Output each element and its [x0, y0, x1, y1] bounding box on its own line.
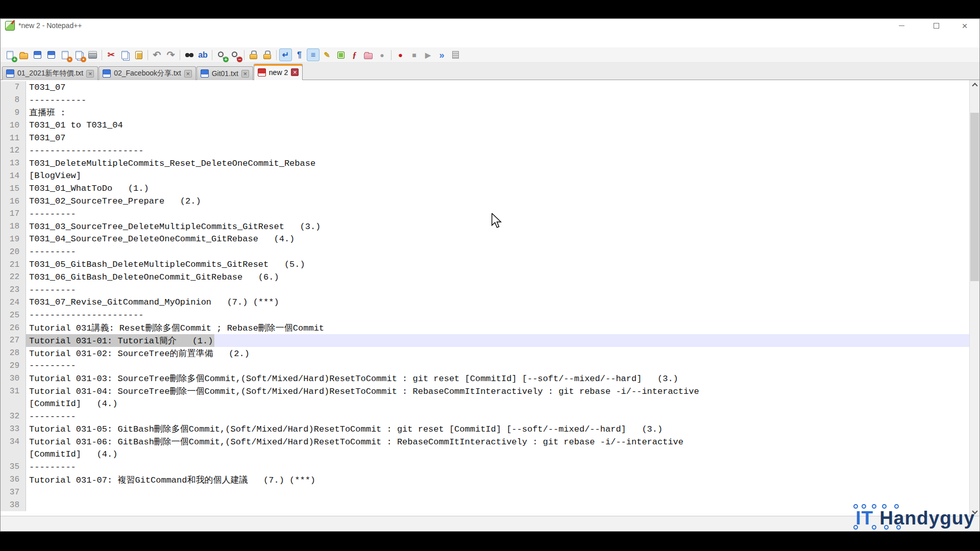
editor-row: 12----------------------: [1, 144, 969, 157]
record-macro-icon[interactable]: ●: [394, 48, 407, 61]
line-number: 18: [1, 220, 26, 233]
stop-recording-icon[interactable]: ■: [408, 48, 421, 61]
line-text: ---------: [26, 208, 76, 220]
restore-button[interactable]: [924, 19, 948, 32]
line-text: ---------: [26, 410, 76, 423]
editor-row: 28Tutorial 031-02: SourceTree的前置準備 (2.): [1, 347, 969, 360]
sync-horizontal-scroll-icon[interactable]: [261, 48, 274, 61]
line-text: T031_01_WhatToDo (1.): [26, 182, 149, 195]
line-number: 37: [1, 486, 26, 499]
line-number: 23: [1, 284, 26, 296]
open-file-icon[interactable]: [17, 48, 30, 61]
editor-row: 26Tutorial 031講義: Reset刪除多個Commit ; Reba…: [1, 321, 969, 334]
line-text: T031_03_SourceTree_DeleteMultipleCommits…: [26, 220, 321, 233]
print-icon[interactable]: [86, 48, 99, 61]
line-number: 13: [1, 157, 26, 170]
zoom-in-icon[interactable]: +: [215, 48, 228, 61]
line-text: [26, 498, 29, 511]
editor-row: 38: [1, 498, 969, 511]
document-map-icon[interactable]: [334, 48, 347, 61]
line-number: 28: [1, 347, 26, 360]
line-text: Tutorial 031-01: Tutorial簡介 (1.): [26, 334, 214, 347]
redo-icon[interactable]: ↷: [164, 48, 177, 61]
scrollbar-thumb[interactable]: [970, 113, 979, 281]
word-wrap-icon[interactable]: ↵: [279, 48, 292, 61]
line-text: [CommitId] (4.): [26, 397, 117, 410]
tab-git01[interactable]: Git01.txt×: [197, 66, 253, 80]
line-text: [26, 486, 29, 499]
minimize-icon: [899, 26, 904, 26]
tab-label: new 2: [269, 68, 288, 77]
editor-row: 35---------: [1, 461, 969, 473]
toolbar-separator: [148, 50, 148, 60]
line-text: Tutorial 031-02: SourceTree的前置準備 (2.): [26, 347, 250, 360]
playback-macro-icon[interactable]: ▶: [422, 48, 434, 61]
tab-new-2[interactable]: new 2×: [254, 64, 303, 80]
editor-row: 34Tutorial 031-06: GitBash刪除一個Commit,(So…: [1, 435, 969, 448]
replace-icon[interactable]: ab: [197, 48, 209, 61]
tab-close-icon[interactable]: ×: [241, 70, 249, 78]
close-file-icon[interactable]: •: [59, 48, 71, 61]
cut-icon[interactable]: ✂: [105, 48, 117, 61]
function-list-icon[interactable]: ƒ: [348, 48, 361, 61]
line-text: T031_07: [26, 132, 65, 144]
sync-vertical-scroll-icon[interactable]: [247, 48, 260, 61]
line-number: 9: [1, 107, 26, 119]
close-all-icon[interactable]: •: [72, 48, 85, 61]
editor-row: 33Tutorial 031-05: GitBash刪除多個Commit,(So…: [1, 423, 969, 436]
vertical-scrollbar[interactable]: [969, 80, 979, 516]
editor-row: 17---------: [1, 208, 969, 220]
tab-close-icon[interactable]: ×: [291, 68, 299, 76]
line-number: 25: [1, 309, 26, 321]
line-text: ---------: [26, 360, 76, 372]
folder-as-workspace-icon[interactable]: [362, 48, 375, 61]
show-indent-guide-icon[interactable]: ≡: [307, 48, 320, 61]
minimize-button[interactable]: [890, 19, 913, 32]
user-define-dialog-icon[interactable]: ✎: [321, 48, 333, 61]
line-number: 35: [1, 461, 26, 473]
line-number: 38: [1, 498, 26, 511]
save-icon[interactable]: [31, 48, 44, 61]
line-text: [BlogView]: [26, 170, 81, 183]
line-number: 7: [1, 81, 26, 94]
trim-and-save-icon[interactable]: [449, 48, 462, 61]
undo-icon[interactable]: ↶: [151, 48, 163, 61]
scroll-up-arrow-icon[interactable]: [970, 80, 979, 89]
paste-icon[interactable]: [132, 48, 145, 61]
line-number: 32: [1, 410, 26, 423]
status-bar: [1, 516, 979, 531]
copy-icon[interactable]: [118, 48, 131, 61]
line-number: 30: [1, 372, 26, 385]
line-text: Tutorial 031-07: 複習GitCommand和我的個人建議 (7.…: [26, 473, 315, 486]
line-text: ----------------------: [26, 309, 143, 321]
tab-02-facebook-share[interactable]: 02_Facebook分享.txt×: [99, 66, 196, 80]
line-text: -----------: [26, 94, 86, 107]
tab-close-icon[interactable]: ×: [86, 70, 94, 78]
editor-row: 16T031_02_SourceTree_Prepare (2.): [1, 195, 969, 208]
find-icon[interactable]: [183, 48, 195, 61]
editor-row: 25----------------------: [1, 309, 969, 321]
file-save-state-icon: [201, 69, 209, 78]
monitoring-icon[interactable]: ●: [376, 48, 388, 61]
watermark-ring-icon: [872, 504, 876, 509]
line-number: [1, 448, 26, 461]
toolbar-separator: [391, 50, 391, 60]
line-text: Tutorial 031-05: GitBash刪除多個Commit,(Soft…: [26, 423, 663, 436]
tab-close-icon[interactable]: ×: [184, 70, 192, 78]
zoom-out-icon[interactable]: –: [229, 48, 241, 61]
run-macro-multiple-icon[interactable]: »: [435, 48, 448, 61]
close-window-button[interactable]: ×: [953, 19, 976, 32]
line-number: 16: [1, 195, 26, 208]
notepadpp-window: *new 2 - Notepad++ × +••✂↶↷ab+–↵¶≡✎ƒ●●■▶…: [0, 18, 980, 532]
tab-01-2021-new-year-special[interactable]: 01_2021新年特價.txt×: [2, 66, 98, 80]
title-bar: *new 2 - Notepad++ ×: [1, 19, 979, 32]
show-all-characters-icon[interactable]: ¶: [293, 48, 306, 61]
editor-row: 11T031_07: [1, 132, 969, 144]
watermark-ring-icon: [872, 525, 876, 530]
editor-area[interactable]: 7T031_078-----------9直播班 :10T031_01 to T…: [1, 80, 979, 516]
new-file-icon[interactable]: +: [4, 48, 16, 61]
line-number: 20: [1, 245, 26, 258]
line-number: 14: [1, 170, 26, 183]
save-all-icon[interactable]: [45, 48, 58, 61]
line-text: T031_05_GitBash_DeleteMultipleCommits_Gi…: [26, 258, 305, 271]
